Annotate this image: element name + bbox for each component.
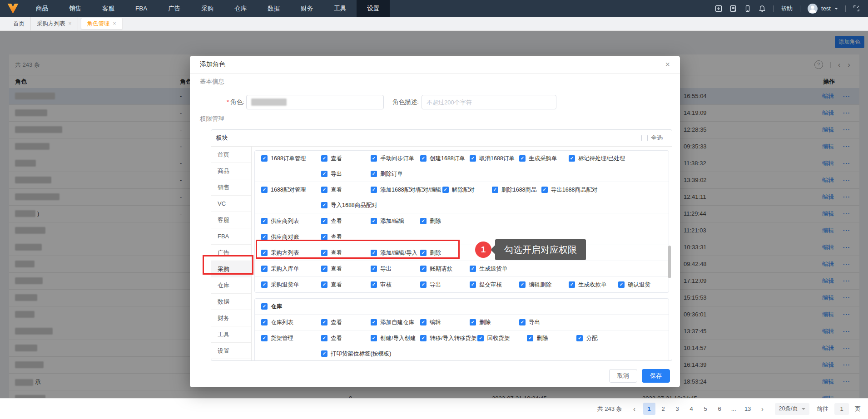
checkbox-checked-icon[interactable]: [371, 266, 377, 272]
checkbox-checked-icon[interactable]: [321, 202, 327, 208]
permission-option[interactable]: 查看: [321, 155, 370, 163]
cancel-button[interactable]: 取消: [609, 369, 637, 383]
checkbox-checked-icon[interactable]: [261, 335, 268, 341]
permission-option[interactable]: 标记待处理/已处理: [569, 155, 625, 163]
checkbox-checked-icon[interactable]: [569, 155, 575, 162]
permission-option[interactable]: 导出1688商品配对: [541, 186, 598, 194]
checkbox-checked-icon[interactable]: [261, 266, 268, 272]
app-logo-icon[interactable]: [0, 3, 25, 14]
checkbox-checked-icon[interactable]: [420, 281, 427, 288]
checkbox-checked-icon[interactable]: [492, 187, 498, 193]
page-number[interactable]: 2: [657, 403, 670, 415]
permission-module[interactable]: 采购入库单: [261, 261, 321, 276]
save-button[interactable]: 保存: [642, 369, 670, 383]
permission-option[interactable]: 查看: [321, 281, 370, 289]
checkbox-checked-icon[interactable]: [519, 319, 526, 325]
permission-option[interactable]: 查看: [321, 186, 370, 194]
page-number[interactable]: 5: [699, 403, 712, 415]
permission-option[interactable]: 编辑: [420, 319, 469, 326]
checkbox-unchecked-icon[interactable]: [641, 135, 648, 141]
user-avatar[interactable]: [808, 4, 818, 14]
permission-option[interactable]: 取消1688订单: [470, 155, 518, 163]
permission-option[interactable]: 导出: [420, 281, 469, 289]
permission-option[interactable]: 删除订单: [371, 170, 419, 178]
checkbox-checked-icon[interactable]: [261, 319, 268, 325]
checkbox-checked-icon[interactable]: [371, 335, 377, 341]
checkbox-checked-icon[interactable]: [261, 234, 268, 240]
nav-menu-item[interactable]: 广告: [158, 0, 191, 17]
mobile-app-icon[interactable]: [744, 5, 751, 12]
tab[interactable]: 采购方列表 ×: [31, 17, 78, 30]
permission-option[interactable]: 生成收款单: [569, 281, 617, 289]
permission-option[interactable]: 导出: [519, 319, 568, 326]
permission-option[interactable]: 编辑删除: [519, 281, 568, 289]
permission-option[interactable]: 创建/导入创建: [371, 335, 419, 342]
permission-option[interactable]: 回收货架: [477, 335, 526, 342]
module-tab[interactable]: FBA: [211, 228, 251, 245]
permission-option[interactable]: 删除: [470, 319, 518, 326]
close-icon[interactable]: ×: [665, 60, 670, 69]
module-tab[interactable]: 仓库: [211, 277, 251, 294]
permission-module[interactable]: 1688订单管理: [261, 151, 321, 166]
checkbox-checked-icon[interactable]: [470, 155, 476, 162]
checkbox-checked-icon[interactable]: [321, 218, 327, 224]
checkbox-checked-icon[interactable]: [470, 319, 476, 325]
checkbox-checked-icon[interactable]: [371, 319, 377, 325]
checkbox-checked-icon[interactable]: [470, 281, 476, 288]
checkbox-checked-icon[interactable]: [420, 155, 427, 162]
checkbox-checked-icon[interactable]: [420, 319, 427, 325]
permission-option[interactable]: 删除: [527, 335, 575, 342]
download-icon[interactable]: [715, 5, 722, 12]
permission-option[interactable]: 提交审核: [470, 281, 518, 289]
permission-option[interactable]: 创建1688订单: [420, 155, 469, 163]
permission-option[interactable]: 导入1688商品配对: [321, 202, 377, 209]
select-all-checkbox[interactable]: 全选: [641, 134, 663, 142]
page-number[interactable]: ...: [728, 403, 740, 415]
username[interactable]: test: [821, 5, 831, 12]
close-icon[interactable]: ×: [69, 20, 72, 27]
role-desc-input[interactable]: [422, 95, 556, 109]
help-link[interactable]: 帮助: [781, 5, 793, 13]
page-number[interactable]: 3: [671, 403, 684, 415]
checkbox-checked-icon[interactable]: [261, 303, 268, 310]
permission-option[interactable]: 确认退货: [618, 281, 667, 289]
nav-menu-item[interactable]: 设置: [357, 0, 390, 17]
permission-option[interactable]: 分配: [576, 335, 625, 342]
checkbox-checked-icon[interactable]: [321, 155, 327, 162]
nav-menu-item[interactable]: 工具: [323, 0, 357, 17]
scrollbar-thumb[interactable]: [668, 246, 671, 278]
checkbox-checked-icon[interactable]: [442, 187, 449, 193]
permission-option[interactable]: 导出: [371, 265, 419, 273]
permission-option[interactable]: 查看: [321, 217, 370, 225]
permission-option[interactable]: 添加/编辑: [371, 217, 419, 225]
permission-module[interactable]: 采购退货单: [261, 277, 321, 292]
checkbox-checked-icon[interactable]: [477, 335, 484, 341]
checkbox-checked-icon[interactable]: [371, 281, 377, 288]
module-tab[interactable]: 财务: [211, 310, 251, 326]
nav-menu-item[interactable]: 仓库: [224, 0, 257, 17]
checkbox-checked-icon[interactable]: [576, 335, 583, 341]
permission-option[interactable]: 审核: [371, 281, 419, 289]
checkbox-checked-icon[interactable]: [261, 281, 268, 288]
module-tab[interactable]: 首页: [211, 147, 251, 163]
page-size-select[interactable]: 20条/页: [775, 403, 809, 415]
module-tab[interactable]: 客服: [211, 212, 251, 228]
permission-option[interactable]: 添加1688配对/配对/编辑: [371, 186, 441, 194]
checkbox-checked-icon[interactable]: [321, 266, 327, 272]
checkbox-checked-icon[interactable]: [321, 187, 327, 193]
permission-module[interactable]: 仓库列表: [261, 315, 321, 330]
module-tab[interactable]: 销售: [211, 179, 251, 196]
permission-option[interactable]: 添加自建仓库: [371, 319, 419, 326]
feedback-form-icon[interactable]: [729, 5, 737, 12]
chevron-down-icon[interactable]: [834, 8, 838, 11]
module-tab[interactable]: 商品: [211, 163, 251, 179]
permission-option[interactable]: 导出: [321, 170, 370, 178]
permission-option[interactable]: 删除: [420, 217, 469, 225]
page-number[interactable]: 1: [643, 403, 655, 415]
module-tab[interactable]: 设置: [211, 343, 251, 359]
permission-option[interactable]: 查看: [321, 335, 370, 342]
prev-page-icon[interactable]: ‹: [630, 405, 640, 413]
permission-option[interactable]: 删除1688商品: [492, 186, 541, 194]
nav-menu-item[interactable]: FBA: [125, 0, 158, 17]
checkbox-checked-icon[interactable]: [261, 187, 268, 193]
